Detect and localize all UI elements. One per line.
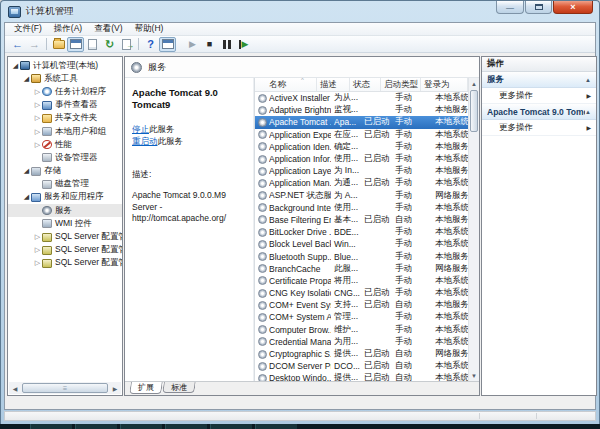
more-actions-item[interactable]: 更多操作▶ — [482, 88, 596, 104]
service-row-20[interactable]: Computer Brow...维护...手动本地系统 — [255, 324, 468, 336]
service-row-8[interactable]: Application Man...为通...已启动手动本地系统 — [255, 177, 468, 189]
scroll-right-icon[interactable]: ▶ — [109, 382, 121, 394]
service-row-21[interactable]: Credential Mana...为用...手动本地系统 — [255, 336, 468, 348]
tab-standard[interactable]: 标准 — [162, 382, 196, 393]
tree-item-12[interactable]: 服务 — [8, 204, 122, 217]
tree-item-16[interactable]: ▷SQL Server 配置管理器 — [8, 257, 122, 270]
service-row-24[interactable]: Desktop Windo...提供...已启动自动本地系统 — [255, 372, 468, 381]
tree-item-13[interactable]: WMI 控件 — [8, 217, 122, 230]
actions-section-header-2[interactable]: Apache Tomcat 9.0 Tomc...▲ — [482, 104, 596, 120]
tree-item-11[interactable]: ◢服务和应用程序 — [8, 191, 122, 204]
service-row-11[interactable]: Base Filtering En...基本...已启动自动本地服务 — [255, 214, 468, 226]
tree-item-8[interactable]: 设备管理器 — [8, 151, 122, 164]
refresh-button[interactable]: ↻ — [101, 37, 118, 52]
tree-item-9[interactable]: ◢存储 — [8, 165, 122, 178]
expander-icon[interactable]: ◢ — [22, 167, 31, 175]
tab-extended[interactable]: 扩展 — [129, 382, 163, 394]
expander-icon[interactable]: ▷ — [33, 101, 42, 109]
stop-service-button[interactable]: ■ — [201, 37, 218, 52]
expander-icon[interactable]: ▷ — [33, 88, 42, 96]
forward-button[interactable]: → — [26, 37, 43, 52]
menu-item-查[interactable]: 查看(V) — [88, 23, 128, 35]
tree-item-7[interactable]: ▷性能 — [8, 138, 122, 151]
tree-item-6[interactable]: ▷本地用户和组 — [8, 125, 122, 138]
scroll-up-icon[interactable]: ▲ — [469, 78, 479, 89]
service-row-13[interactable]: Block Level Back...Win...手动本地系统 — [255, 238, 468, 250]
stop-service-link[interactable]: 停止 — [132, 124, 149, 134]
show-action-pane-button[interactable] — [159, 37, 176, 52]
help-button[interactable]: ? — [142, 37, 159, 52]
properties-button[interactable] — [84, 37, 101, 52]
tree-item-1[interactable]: ◢计算机管理(本地) — [8, 59, 122, 72]
service-row-4[interactable]: Application Expe...在应...已启动手动本地系统 — [255, 129, 468, 141]
service-row-19[interactable]: COM+ System A...管理...手动本地系统 — [255, 311, 468, 323]
scrollbar-thumb[interactable] — [470, 90, 478, 132]
column-header-1[interactable]: 名称^ — [255, 78, 317, 91]
column-header-3[interactable]: 状态 — [350, 78, 381, 91]
tree-item-2[interactable]: ◢系统工具 — [8, 72, 122, 85]
scrollbar-thumb[interactable] — [22, 383, 108, 393]
expander-icon[interactable]: ▷ — [33, 259, 42, 267]
more-actions-item[interactable]: 更多操作▶ — [482, 120, 596, 136]
column-header-4[interactable]: 启动类型 — [381, 78, 421, 91]
service-row-1[interactable]: ActiveX Installer ...为从...手动本地系统 — [255, 92, 468, 104]
column-header-2[interactable]: 描述 — [317, 78, 350, 91]
tree-item-14[interactable]: ▷SQL Server 配置管理器 — [8, 230, 122, 243]
minimize-button[interactable]: — — [496, 1, 524, 14]
scroll-down-icon[interactable]: ▼ — [469, 370, 479, 381]
service-description: 基本... — [331, 214, 361, 226]
expander-icon[interactable]: ▷ — [33, 141, 42, 149]
menu-item-帮[interactable]: 帮助(H) — [129, 23, 170, 35]
list-vertical-scrollbar[interactable]: ▲ ▼ — [468, 78, 479, 381]
up-one-level-button[interactable] — [50, 37, 67, 52]
restart-service-link[interactable]: 重启动 — [132, 136, 158, 146]
collapse-icon[interactable]: ▲ — [585, 77, 591, 83]
tree-item-label: 磁盘管理 — [55, 178, 89, 190]
expander-icon[interactable]: ▷ — [33, 114, 42, 122]
service-row-9[interactable]: ASP.NET 状态服务为 A...手动网络服务 — [255, 190, 468, 202]
service-row-2[interactable]: Adaptive Brightn...监视...手动本地服务 — [255, 104, 468, 116]
service-row-17[interactable]: CNG Key IsolationCNG...已启动手动本地系统 — [255, 287, 468, 299]
service-row-23[interactable]: DCOM Server Pr...DCO...已启动自动本地系统 — [255, 360, 468, 372]
expander-icon[interactable]: ▷ — [33, 246, 42, 254]
actions-section-header-1[interactable]: 服务▲ — [482, 72, 596, 88]
service-row-18[interactable]: COM+ Event Sys...支持...已启动自动本地服务 — [255, 299, 468, 311]
service-row-22[interactable]: Cryptographic S...提供...已启动自动网络服务 — [255, 348, 468, 360]
show-console-tree-button[interactable] — [67, 37, 84, 52]
maximize-button[interactable] — [525, 1, 552, 14]
tree-horizontal-scrollbar[interactable]: ◀ ▶ — [9, 382, 121, 394]
service-row-6[interactable]: Application Infor...使用...已启动手动本地系统 — [255, 153, 468, 165]
service-gear-icon — [258, 289, 267, 298]
tree-item-10[interactable]: 磁盘管理 — [8, 178, 122, 191]
tree-item-5[interactable]: ▷共享文件夹 — [8, 112, 122, 125]
tree-item-4[interactable]: ▷事件查看器 — [8, 99, 122, 112]
service-row-12[interactable]: BitLocker Drive ...BDE...手动本地系统 — [255, 226, 468, 238]
service-row-3[interactable]: Apache Tomcat ...Apa...已启动手动本地系统 — [255, 116, 468, 128]
menu-item-文[interactable]: 文件(F) — [8, 23, 48, 35]
expander-icon[interactable]: ▷ — [33, 128, 42, 136]
service-row-15[interactable]: BranchCache此服...手动网络服务 — [255, 263, 468, 275]
close-button[interactable]: × — [553, 1, 593, 14]
restart-service-button[interactable]: ▶ — [235, 37, 252, 52]
service-row-16[interactable]: Certificate Propa...将用...手动本地系统 — [255, 275, 468, 287]
start-service-button[interactable]: ▶ — [184, 37, 201, 52]
scroll-left-icon[interactable]: ◀ — [9, 382, 21, 394]
service-row-14[interactable]: Bluetooth Supp...Blue...手动本地服务 — [255, 250, 468, 262]
pause-service-button[interactable] — [218, 37, 235, 52]
titlebar[interactable]: 计算机管理 — × — [1, 1, 599, 22]
expander-icon[interactable]: ◢ — [22, 75, 31, 83]
menu-item-操[interactable]: 操作(A) — [48, 23, 88, 35]
service-row-7[interactable]: Application Laye...为 In...手动本地服务 — [255, 165, 468, 177]
tree-item-15[interactable]: ▷SQL Server 配置管理器 — [8, 244, 122, 257]
service-gear-icon — [258, 374, 267, 381]
collapse-icon[interactable]: ▲ — [585, 109, 591, 115]
export-list-button[interactable] — [118, 37, 135, 52]
expander-icon[interactable]: ▷ — [33, 233, 42, 241]
expander-icon[interactable]: ◢ — [22, 193, 31, 201]
expander-icon[interactable]: ◢ — [11, 62, 20, 70]
tree-item-3[interactable]: ▷任务计划程序 — [8, 85, 122, 98]
service-row-5[interactable]: Application Iden...确定...手动本地服务 — [255, 141, 468, 153]
back-button[interactable]: ← — [9, 37, 26, 52]
column-header-5[interactable]: 登录为 — [421, 78, 468, 91]
service-row-10[interactable]: Background Inte...使用...手动本地系统 — [255, 202, 468, 214]
